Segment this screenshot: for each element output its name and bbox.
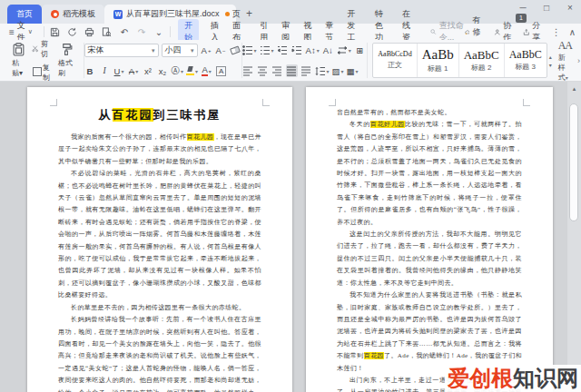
bold-button[interactable]: B bbox=[84, 64, 96, 77]
numbering-button[interactable]: ▾ bbox=[260, 44, 274, 56]
redo-button[interactable]: ↷ bbox=[136, 26, 147, 37]
increase-indent-icon bbox=[291, 45, 302, 55]
subscript-button[interactable]: x₂ bbox=[157, 64, 169, 77]
insert-table-button[interactable]: ⊞ bbox=[354, 44, 366, 56]
customize-toolbar-button[interactable]: ⌄ bbox=[153, 26, 164, 37]
strikethrough-caret-icon: ▾ bbox=[135, 68, 138, 74]
superscript-button[interactable]: x² bbox=[143, 64, 154, 77]
justify-button[interactable] bbox=[286, 64, 298, 77]
shading-icon: ▨ bbox=[332, 66, 340, 76]
watermark-secondary-text: 知识网 bbox=[513, 366, 578, 390]
text-direction-icon: A↕ bbox=[306, 45, 316, 55]
style-gallery-down-button[interactable]: ▾ bbox=[549, 62, 552, 68]
bullets-button[interactable]: ▾ bbox=[242, 44, 257, 56]
style-item-标题 1[interactable]: AaBb标题 1 bbox=[417, 44, 458, 77]
style-item-标题 3[interactable]: AaBbC标题 3 bbox=[504, 44, 547, 77]
distribute-button[interactable] bbox=[300, 64, 312, 77]
style-label: 标题 1 bbox=[428, 64, 448, 74]
save-button[interactable] bbox=[50, 26, 61, 37]
italic-button[interactable]: I bbox=[99, 64, 111, 77]
font-size-select[interactable]: 小四 ▾ bbox=[162, 44, 198, 57]
shading-button[interactable]: ▨▾ bbox=[332, 64, 344, 77]
style-gallery-up-button[interactable]: ▴ bbox=[549, 54, 552, 60]
document-paragraph: 长的草里是不去的，因为相传这园里有一条很大的赤练蛇。 bbox=[58, 302, 261, 314]
maximize-button[interactable]: □ bbox=[541, 3, 552, 13]
paste-label: 粘贴 bbox=[12, 59, 19, 77]
docer-icon bbox=[51, 10, 59, 18]
line-spacing-button[interactable]: ▾ bbox=[315, 64, 330, 77]
paste-clipboard-icon bbox=[12, 43, 25, 56]
paste-button[interactable]: 粘贴▾ bbox=[8, 43, 30, 78]
pinyin-guide-button[interactable]: Ⓐ▾ bbox=[172, 64, 184, 77]
text-direction-caret-icon: ▾ bbox=[317, 47, 320, 54]
text-highlight-button[interactable]: ▾ bbox=[186, 64, 198, 77]
text-segment: 冬天的 bbox=[350, 121, 370, 128]
style-sample: AaBbCcDd bbox=[378, 51, 411, 58]
chevron-down-icon: ∨ bbox=[28, 28, 33, 35]
tab-home-label: 首页 bbox=[16, 8, 33, 20]
format-painter-button[interactable]: 格式刷 bbox=[54, 43, 79, 78]
sort-icon: A↓ bbox=[323, 45, 333, 55]
tab-docer-templates[interactable]: 稻壳模板 bbox=[42, 5, 104, 24]
collapse-ribbon-button[interactable]: ∧ bbox=[569, 27, 576, 37]
increase-indent-button[interactable] bbox=[291, 44, 303, 56]
redo-icon: ↷ bbox=[138, 27, 145, 37]
align-left-button[interactable] bbox=[242, 64, 254, 77]
format-painter-icon bbox=[60, 43, 74, 56]
sync-icon bbox=[67, 27, 77, 37]
strikethrough-button[interactable]: A▾ bbox=[128, 64, 140, 77]
style-item-标题 2[interactable]: AaBbC标题 2 bbox=[458, 44, 504, 77]
ribbon-expand-button[interactable]: › bbox=[577, 56, 580, 65]
document-page-2[interactable]: 音自然是常有的，然而都不是美女蛇。冬天的百花好儿园比较的无味；雪一下，可就两样了… bbox=[306, 87, 553, 392]
distribute-icon bbox=[300, 66, 311, 76]
sort-button[interactable]: A↓ bbox=[322, 44, 334, 56]
highlight-caret-icon: ▾ bbox=[195, 68, 198, 74]
document-paragraph: 我不知道为什么家里的人要将我送进书塾（书塾：就是私塾，旧时家庭、家族或教师自己设… bbox=[337, 289, 522, 375]
align-center-button[interactable] bbox=[257, 64, 269, 77]
cut-button[interactable]: 剪切 bbox=[32, 39, 53, 59]
undo-button[interactable]: ↶ bbox=[119, 26, 130, 37]
sync-button[interactable] bbox=[67, 26, 78, 37]
minimize-button[interactable]: ─ bbox=[517, 3, 528, 13]
highlighted-text: 百花园 bbox=[364, 352, 384, 359]
document-page-1[interactable]: 从百花园到三味书屋我家的后面有一个很大的园，相传叫作百花儿园，现在是早已并屋子一… bbox=[27, 87, 292, 392]
paragraph-layout-button[interactable]: ▾ bbox=[337, 44, 351, 56]
highlighted-text: 百花儿园 bbox=[187, 133, 214, 141]
document-paragraph: 冬天的百花好儿园比较的无味；雪一下，可就两样了。拍雪人（将自己的全形印在雪上）和… bbox=[337, 119, 522, 229]
character-shading-button[interactable]: A bbox=[215, 64, 227, 77]
new-style-icon: AA bbox=[558, 39, 572, 53]
underline-button[interactable]: U▾ bbox=[113, 64, 125, 77]
print-button[interactable] bbox=[84, 26, 95, 37]
print-icon bbox=[84, 27, 94, 37]
font-family-value: 宋体 bbox=[88, 44, 104, 56]
close-button[interactable]: × bbox=[565, 3, 576, 13]
font-family-select[interactable]: 宋体 ▾ bbox=[84, 44, 159, 57]
vertical-scrollbar[interactable]: ▴ bbox=[567, 82, 581, 392]
copy-button[interactable]: 复制 bbox=[32, 63, 53, 83]
scrollbar-thumb[interactable] bbox=[569, 103, 578, 221]
paragraph-group: ▾ ▾ A↕▾ A↓ ▾ ⊞ bbox=[242, 43, 369, 78]
bullets-caret-icon: ▾ bbox=[254, 47, 257, 54]
font-color-icon: A bbox=[202, 65, 207, 76]
font-color-button[interactable]: A▾ bbox=[201, 64, 212, 77]
font-group: 宋体 ▾ 小四 ▾ A+ A− B I U▾ A▾ x² x₂ Ⓐ▾ ▾ A▾ … bbox=[84, 43, 242, 78]
person-icon bbox=[494, 27, 501, 37]
undo-icon: ↶ bbox=[121, 27, 128, 37]
align-right-button[interactable] bbox=[271, 64, 283, 77]
shrink-font-button[interactable]: A− bbox=[215, 44, 227, 57]
print-preview-icon bbox=[102, 27, 112, 37]
page-2-content: 音自然是常有的，然而都不是美女蛇。冬天的百花好儿园比较的无味；雪一下，可就两样了… bbox=[337, 107, 522, 392]
style-item-正文[interactable]: AaBbCcDd正文 bbox=[373, 44, 416, 77]
ribbon-toolbar: 粘贴▾ 剪切 复制 格式刷 宋体 ▾ 小四 ▾ bbox=[0, 40, 581, 82]
decrease-indent-button[interactable] bbox=[277, 44, 289, 56]
clear-format-button[interactable] bbox=[230, 44, 241, 57]
new-style-button[interactable]: AA 新样式▾ bbox=[554, 43, 576, 78]
cut-label: 剪切 bbox=[41, 39, 53, 59]
print-preview-button[interactable] bbox=[102, 26, 113, 37]
more-options-button[interactable]: ⋮ bbox=[552, 27, 561, 37]
grow-font-button[interactable]: A+ bbox=[201, 44, 212, 57]
scroll-up-button[interactable]: ▴ bbox=[567, 85, 581, 93]
borders-button[interactable]: ▦▾ bbox=[347, 64, 359, 77]
title-text-segment: 到三味书屋 bbox=[153, 108, 222, 122]
text-direction-button[interactable]: A↕▾ bbox=[306, 44, 320, 56]
